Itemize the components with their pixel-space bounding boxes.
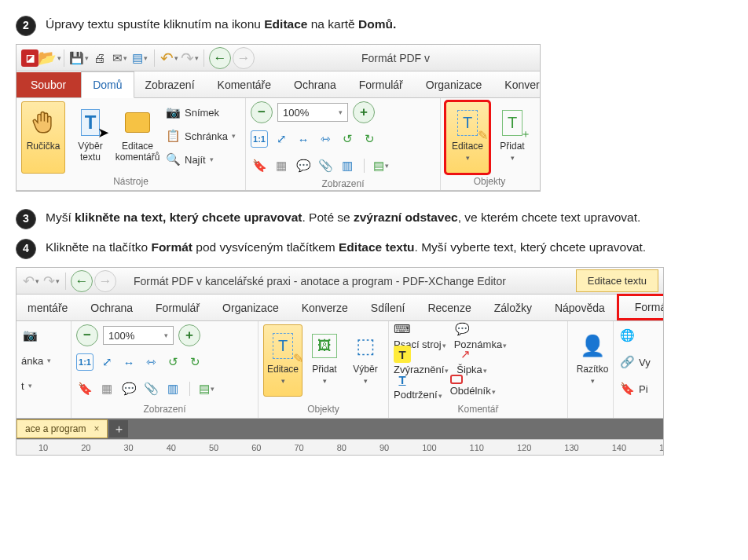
rotate-ccw-2[interactable]: ↺ [164, 353, 182, 371]
pages-pane-2[interactable]: ▦ [98, 380, 116, 397]
undo-icon[interactable]: ↶▾ [160, 49, 178, 68]
tab-edit-text-context[interactable]: Editace textu [576, 269, 658, 292]
add-bookmark-icon[interactable]: 🔖 [618, 380, 636, 397]
screenshot-ribbon-2: ↶▾ ↷▾ ← → Formát PDF v kancelářské praxi… [16, 267, 664, 456]
horizontal-ruler: 102030 405060 708090 100110120 130140150 [16, 439, 663, 455]
tab-form[interactable]: Formulář [348, 72, 415, 97]
camera2-icon[interactable]: 📷 [21, 327, 38, 344]
zoom-in-button[interactable]: + [353, 101, 375, 123]
group-stamp: 👤 Razítko ▾ [568, 321, 614, 418]
arrow-button[interactable]: ↗Šipka▾ [456, 346, 487, 375]
fit-visible-icon[interactable]: ⇿ [317, 130, 334, 148]
more-panes-2[interactable]: ▤▾ [198, 380, 215, 397]
open-icon[interactable]: 📂▾ [40, 49, 59, 68]
tab-home[interactable]: Domů [81, 71, 134, 98]
actual-size-2[interactable]: 1:1 [76, 353, 94, 371]
document-tab[interactable]: ace a program × [16, 419, 108, 438]
tab-organize[interactable]: Organizace [415, 72, 494, 97]
zoom-combo[interactable]: 100%▾ [277, 103, 348, 122]
tab-form-2[interactable]: Formulář [145, 295, 211, 320]
attachments-2[interactable]: 📎 [142, 380, 160, 397]
add-tab-button[interactable]: ＋ [109, 420, 128, 437]
tab-protect-2[interactable]: Ochrana [79, 295, 145, 320]
pages-pane-icon[interactable]: ▦ [273, 157, 290, 174]
bookmark-pane-2[interactable]: 🔖 [76, 380, 94, 397]
titlebar: ↶▾ ↷▾ ← → Formát PDF v kancelářské praxi… [16, 268, 663, 295]
zoom-combo-2[interactable]: 100%▾ [103, 326, 174, 345]
add-object-button-2[interactable]: 🖼 Přidat ▾ [306, 324, 343, 397]
tab-help[interactable]: Nápověda [544, 295, 617, 320]
redo2-icon[interactable]: ↷▾ [42, 272, 60, 291]
tab-comments[interactable]: Komentáře [207, 72, 283, 97]
tab-bookmarks[interactable]: Záložky [483, 295, 544, 320]
actual-size-icon[interactable]: 1:1 [251, 130, 268, 148]
link-icon[interactable]: 🔗 [618, 353, 636, 371]
tab-view[interactable]: Zobrazení [134, 72, 207, 97]
tab-review[interactable]: Recenze [416, 295, 482, 320]
screenshot-ribbon-1: ◪ 📂▾ 💾▾ 🖨 ✉▾ ▤▾ ↶▾ ↷▾ ← → Formát PDF v S… [16, 44, 541, 192]
zoom-out-button[interactable]: − [251, 101, 273, 123]
step-4-badge: 4 [16, 239, 36, 259]
fit-page-icon[interactable]: ⤢ [273, 130, 290, 148]
bookmark-pane-icon[interactable]: 🔖 [251, 157, 268, 174]
tab-convert[interactable]: Konverze [493, 72, 541, 97]
redo-icon[interactable]: ↷▾ [180, 49, 199, 68]
clipboard-button[interactable]: 📋 Schránka▾ [164, 125, 236, 147]
fields-pane-icon[interactable]: ▥ [339, 157, 356, 174]
select-object-button[interactable]: ⬚ Výběr ▾ [346, 324, 384, 397]
rotate-ccw-icon[interactable]: ↺ [339, 130, 356, 148]
attachments-icon[interactable]: 📎 [317, 157, 334, 174]
person-icon: 👤 [575, 328, 610, 363]
nav-fwd2-icon[interactable]: → [94, 270, 116, 292]
print-icon[interactable]: 🖨 [90, 49, 108, 68]
select-text-button[interactable]: T ➤ Výběr textu [68, 101, 112, 174]
rotate-cw-2[interactable]: ↻ [186, 353, 204, 371]
find-button[interactable]: 🔍 Najít▾ [164, 148, 236, 170]
rectangle-button[interactable]: Obdélník▾ [450, 375, 496, 397]
note-icon: 💬 [454, 320, 471, 338]
zoom-in-2[interactable]: + [178, 324, 200, 346]
edit-content-button[interactable]: T ✎ Editace ▾ [446, 101, 490, 174]
nav-fwd-icon[interactable]: → [233, 47, 255, 69]
globe-icon[interactable]: 🌐 [618, 327, 636, 344]
tab-file[interactable]: Soubor [16, 72, 81, 97]
fit-visible-2[interactable]: ⇿ [142, 353, 160, 371]
snapshot-button[interactable]: 📷 Snímek [164, 101, 236, 123]
group-left-cut: 📷 ánka▾ t▾ [16, 321, 72, 418]
fit-width-2[interactable]: ↔ [120, 353, 138, 371]
save-icon[interactable]: 💾▾ [69, 49, 88, 68]
comment-pane-2[interactable]: 💬 [120, 380, 138, 397]
stamp-button[interactable]: 👤 Razítko ▾ [573, 324, 612, 397]
tab-comments-2[interactable]: mentáře [16, 295, 79, 320]
step-2-text: Úpravy textu spustíte kliknutím na ikonu… [46, 14, 732, 35]
fields-pane-2[interactable]: ▥ [164, 380, 182, 397]
nav-back2-icon[interactable]: ← [71, 270, 93, 292]
add-object-button[interactable]: T ＋ Přidat ▾ [493, 101, 532, 174]
fit-width-icon[interactable]: ↔ [295, 130, 312, 148]
tab-protect[interactable]: Ochrana [283, 72, 348, 97]
comment-pane-icon[interactable]: 💬 [295, 157, 312, 174]
edit-content-button-2[interactable]: T ✎ Editace ▾ [263, 324, 302, 397]
tab-organize-2[interactable]: Organizace [211, 295, 291, 320]
more-panes-icon[interactable]: ▤▾ [372, 157, 390, 174]
group-objects: T ✎ Editace ▾ T ＋ Přidat ▾ Objekty [441, 98, 538, 190]
step-4-text: Klikněte na tlačítko Formát pod vysvícen… [46, 237, 732, 258]
hand-tool-button[interactable]: Ručička [21, 101, 65, 174]
fit-page-2[interactable]: ⤢ [98, 353, 116, 371]
zoom-out-2[interactable]: − [76, 324, 98, 346]
rotate-cw-icon[interactable]: ↻ [361, 130, 378, 148]
document-tabs: ace a program × ＋ [16, 419, 663, 439]
ribbon-1: Ručička T ➤ Výběr textu Editace komentář… [16, 98, 540, 191]
close-tab-icon[interactable]: × [94, 423, 99, 434]
underline-button[interactable]: TPodtržení▾ [394, 371, 442, 401]
tab-convert-2[interactable]: Konverze [291, 295, 360, 320]
ribbon-tabs-2: mentáře Ochrana Formulář Organizace Konv… [16, 295, 663, 321]
scan-icon[interactable]: ▤▾ [130, 49, 149, 68]
tab-format[interactable]: Formát [617, 294, 664, 320]
undo2-icon[interactable]: ↶▾ [21, 272, 40, 291]
edit-comments-button[interactable]: Editace komentářů [116, 101, 160, 174]
group-comment: ⌨Psací stroj▾ 💬Poznámka▾ TZvýraznění▾ ↗Š… [389, 321, 568, 418]
tab-share[interactable]: Sdílení [360, 295, 417, 320]
mail-icon[interactable]: ✉▾ [110, 49, 129, 68]
nav-back-icon[interactable]: ← [209, 47, 231, 69]
